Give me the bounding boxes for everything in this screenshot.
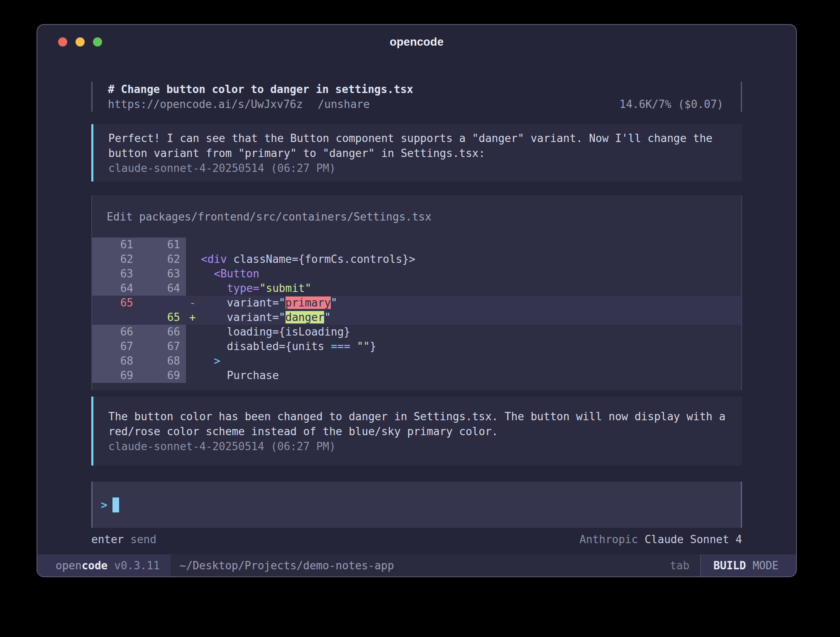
diff-line-number-old xyxy=(92,310,139,325)
diff-line: 6767 disabled={units === ""} xyxy=(92,339,741,354)
assistant-message: The button color has been changed to dan… xyxy=(91,397,742,466)
diff-line: 65+ variant="danger" xyxy=(92,310,741,325)
diff-line-number-new: 66 xyxy=(139,325,186,339)
diff-line-number-new: 67 xyxy=(139,339,186,354)
app-version: v0.3.11 xyxy=(114,559,160,572)
diff-line-number-new: 68 xyxy=(139,354,186,368)
diff-code-line: Purchase xyxy=(201,368,741,383)
diff-change-marker xyxy=(186,354,201,368)
diff-line-number-new: 62 xyxy=(139,252,186,267)
diff-line-number-old: 68 xyxy=(92,354,139,368)
diff-line: 6868 > xyxy=(92,354,741,368)
diff-line-number-old: 64 xyxy=(92,281,139,296)
mode-name: BUILD xyxy=(713,559,746,572)
diff-change-marker xyxy=(186,252,201,267)
mode-badge: BUILDMODE xyxy=(700,554,796,576)
text-cursor xyxy=(112,497,119,512)
diff-code-line: > xyxy=(201,354,741,368)
diff-line-number-old: 63 xyxy=(92,267,139,281)
share-url-link[interactable]: https://opencode.ai/s/UwJxv76z xyxy=(108,97,303,112)
diff-line-number-new xyxy=(139,296,186,310)
diff-change-marker xyxy=(186,339,201,354)
terminal-content: # Change button color to danger in setti… xyxy=(37,59,796,554)
diff-line: 65- variant="primary" xyxy=(92,296,741,310)
send-hint: entersend xyxy=(91,532,156,547)
diff-code-line: variant="primary" xyxy=(201,296,741,310)
diff-line-number-old: 65 xyxy=(92,296,139,310)
diff-code-line: <div className={formCs.controls}> xyxy=(201,252,741,267)
diff-line-number-new: 65 xyxy=(139,310,186,325)
diff-change-marker xyxy=(186,238,201,252)
diff-change-marker: - xyxy=(186,296,201,310)
diff-line-number-new: 61 xyxy=(139,238,186,252)
mode-suffix: MODE xyxy=(752,559,779,572)
diff-code-line: <Button xyxy=(201,267,741,281)
provider-label: Anthropic xyxy=(579,533,638,546)
session-title: # Change button color to danger in setti… xyxy=(108,83,413,96)
app-name-code: code xyxy=(82,559,108,572)
model-label: Claude Sonnet 4 xyxy=(645,533,742,546)
status-bar-right: tab BUILDMODE xyxy=(670,554,796,576)
diff-code-line: disabled={units === ""} xyxy=(201,339,741,354)
window-minimize-button[interactable] xyxy=(76,37,85,47)
diff-line: 6464 type="submit" xyxy=(92,281,741,296)
diff-change-marker xyxy=(186,281,201,296)
diff-change-marker: + xyxy=(186,310,201,325)
session-header: # Change button color to danger in setti… xyxy=(91,82,742,112)
prompt-caret: > xyxy=(101,499,107,511)
diff-line-number-new: 64 xyxy=(139,281,186,296)
diff-line-number-old: 66 xyxy=(92,325,139,339)
status-bar: opencodev0.3.11 ~/Desktop/Projects/demo-… xyxy=(37,554,796,576)
diff-line-number-new: 63 xyxy=(139,267,186,281)
app-version-badge: opencodev0.3.11 xyxy=(37,554,171,576)
opencode-window: opencode # Change button color to danger… xyxy=(37,24,797,577)
model-indicator: AnthropicClaude Sonnet 4 xyxy=(579,532,742,547)
diff-change-marker xyxy=(186,267,201,281)
diff-code-line: type="submit" xyxy=(201,281,741,296)
diff-line-number-old: 62 xyxy=(92,252,139,267)
hint-row: entersend AnthropicClaude Sonnet 4 xyxy=(91,532,742,547)
window-titlebar: opencode xyxy=(37,25,796,59)
traffic-lights xyxy=(58,25,102,59)
tab-key-hint: tab xyxy=(670,554,689,576)
unshare-command[interactable]: /unshare xyxy=(318,97,370,112)
diff-line: 6161 xyxy=(92,238,741,252)
diff-line: 6666 loading={isLoading} xyxy=(92,325,741,339)
diff-change-marker xyxy=(186,368,201,383)
diff-code-line xyxy=(201,238,741,252)
diff-line-number-old: 67 xyxy=(92,339,139,354)
status-bar-left: opencodev0.3.11 ~/Desktop/Projects/demo-… xyxy=(37,554,670,576)
working-directory: ~/Desktop/Projects/demo-notes-app xyxy=(180,554,394,576)
prompt-input[interactable]: > xyxy=(91,482,742,528)
diff-line-number-old: 69 xyxy=(92,368,139,383)
diff-code-line: loading={isLoading} xyxy=(201,325,741,339)
message-text: The button color has been changed to dan… xyxy=(108,409,727,439)
edit-tool-title: Edit packages/frontend/src/containers/Se… xyxy=(92,195,741,238)
assistant-message: Perfect! I can see that the Button compo… xyxy=(91,124,742,181)
window-title: opencode xyxy=(390,36,444,49)
message-model-timestamp: claude-sonnet-4-20250514 (06:27 PM) xyxy=(108,161,727,176)
enter-key-hint: enter xyxy=(91,533,124,546)
window-close-button[interactable] xyxy=(58,37,67,47)
diff-change-marker xyxy=(186,325,201,339)
app-name-open: open xyxy=(56,559,82,572)
diff-view: 61616262<div className={formCs.controls}… xyxy=(92,238,741,383)
diff-line-number-old: 61 xyxy=(92,238,139,252)
message-text: Perfect! I can see that the Button compo… xyxy=(108,131,727,161)
desktop-background: { "window": { "title": "opencode" }, "se… xyxy=(0,0,840,637)
diff-code-line: variant="danger" xyxy=(201,310,741,325)
window-zoom-button[interactable] xyxy=(93,37,102,47)
message-model-timestamp: claude-sonnet-4-20250514 (06:27 PM) xyxy=(108,439,727,454)
edit-tool-card: Edit packages/frontend/src/containers/Se… xyxy=(91,195,742,390)
diff-line: 6969 Purchase xyxy=(92,368,741,383)
diff-line-number-new: 69 xyxy=(139,368,186,383)
send-action-label: send xyxy=(130,533,156,546)
diff-line: 6262<div className={formCs.controls}> xyxy=(92,252,741,267)
context-usage-stats: 14.6K/7% ($0.07) xyxy=(620,97,723,112)
diff-line: 6363 <Button xyxy=(92,267,741,281)
